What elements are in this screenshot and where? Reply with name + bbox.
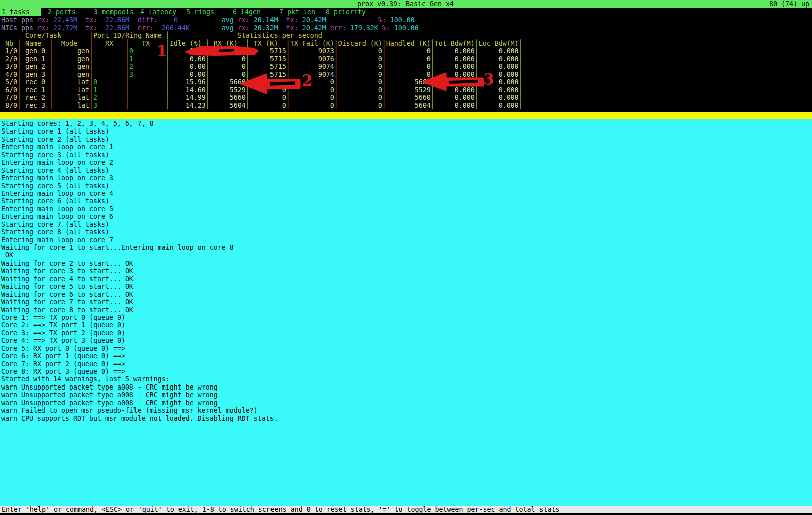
log-line: Core 6: RX port 1 (queue 0) ==> — [1, 352, 278, 360]
log-line: Starting core 4 (all tasks) — [1, 167, 278, 174]
log-line: Core 8: RX port 3 (queue 0) ==> — [1, 368, 278, 375]
log-line: Entering main loop on core 7 — [1, 236, 278, 244]
tab-1-tasks[interactable]: 1 tasks — [0, 8, 41, 16]
stats-block: Host pps rx: 22.45M tx: 22.86M diff: 0 a… — [1, 16, 523, 109]
annotation-number-2: 2 — [302, 73, 313, 87]
separator-bar — [0, 112, 812, 119]
log-line: Waiting for core 4 to start... OK — [1, 275, 278, 283]
table-row: 2/0│ gen 1 │ gen│ │1 │ 0.00│ 0│ 5715│ 90… — [1, 55, 523, 63]
nics-pps-line: NICs pps rx: 22.72M tx: 22.86M err: 266.… — [1, 24, 523, 32]
log-line: Starting core 8 (all tasks) — [1, 228, 278, 236]
log-line: Starting core 1 (all tasks) — [1, 127, 278, 135]
log-line: Entering main loop on core 2 — [1, 159, 278, 166]
log-line: warn Unsupported packet type a008 - CRC … — [1, 391, 278, 399]
table-row: 7/0│ rec 2 │ lat│2 │ │ 14.99│ 5660│ 0│ 0… — [1, 94, 523, 102]
table-column-headers: Nb │ Name │ Mode │ RX │ TX │Idle (%) │ R… — [1, 40, 523, 48]
log-lines: Starting cores: 1, 2, 3, 4, 5, 6, 7, 8St… — [1, 120, 278, 422]
log-area: Starting cores: 1, 2, 3, 4, 5, 6, 7, 8St… — [0, 119, 812, 506]
host-pps-line: Host pps rx: 22.45M tx: 22.86M diff: 0 a… — [1, 16, 523, 24]
log-line: Core 4: ==> TX port 3 (queue 0) — [1, 337, 278, 344]
table-row: 8/0│ rec 3 │ lat│3 │ │ 14.23│ 5604│ 0│ 0… — [1, 102, 523, 110]
log-line: Core 1: ==> TX port 0 (queue 0) — [1, 314, 278, 321]
status-bar: Enter 'help' or command, <ESC> or 'quit'… — [0, 506, 812, 513]
table-group-header: Core/Task │Port ID/Ring Name │ Statistic… — [1, 32, 523, 40]
table-row: 1/0│ gen 0 │ gen│ │0 │ 0.00│ 0│ 5715│ 90… — [1, 47, 523, 55]
tab-7-pkt_len[interactable]: 7 pkt_len — [279, 8, 315, 16]
table-row: 4/0│ gen 3 │ gen│ │3 │ 0.00│ 0│ 5715│ 90… — [1, 71, 523, 79]
log-line: warn Failed to open msr pseudo-file (mis… — [1, 407, 278, 414]
log-line: Starting core 5 (all tasks) — [1, 182, 278, 190]
log-line: Starting core 6 (all tasks) — [1, 197, 278, 205]
log-line: Starting core 2 (all tasks) — [1, 136, 278, 143]
uptime-indicator: 80 (74) up — [769, 0, 809, 8]
annotation-number-3: 3 — [483, 72, 494, 86]
terminal-screen[interactable]: prox v0.39: Basic Gen x4 80 (74) up 1 ta… — [0, 0, 812, 515]
app-title: prox v0.39: Basic Gen x4 — [357, 0, 454, 8]
tab-3-mempools[interactable]: 3 mempools — [94, 8, 134, 16]
log-line: Core 3: ==> TX port 2 (queue 0) — [1, 329, 278, 337]
tasks-table: Core/Task │Port ID/Ring Name │ Statistic… — [1, 32, 523, 109]
log-line: Entering main loop on core 4 — [1, 190, 278, 197]
title-bar: prox v0.39: Basic Gen x4 80 (74) up — [0, 0, 812, 8]
log-line: Core 5: RX port 0 (queue 0) ==> — [1, 345, 278, 352]
tab-bar: 1 tasks 2 ports3 mempools4 latency5 ring… — [0, 8, 812, 16]
log-line: Waiting for core 7 to start... OK — [1, 298, 278, 306]
tab-2-ports[interactable]: 2 ports — [48, 8, 76, 16]
log-line: Core 2: ==> TX port 1 (queue 0) — [1, 321, 278, 329]
log-line: Entering main loop on core 1 — [1, 143, 278, 151]
log-line: Core 7: RX port 2 (queue 0) ==> — [1, 360, 278, 368]
tab-5-rings[interactable]: 5 rings — [186, 8, 214, 16]
table-row: 5/0│ rec 0 │ lat│0 │ │ 15.96│ 5660│ 0│ 0… — [1, 78, 523, 86]
table-row: 3/0│ gen 2 │ gen│ │2 │ 0.00│ 0│ 5715│ 90… — [1, 63, 523, 71]
annotation-number-1: 1 — [156, 44, 167, 58]
tab-4-latency[interactable]: 4 latency — [140, 8, 176, 16]
log-line: warn CPU supports RDT but msr module not… — [1, 415, 278, 422]
table-row: 6/0│ rec 1 │ lat│1 │ │ 14.60│ 5529│ 0│ 0… — [1, 86, 523, 94]
tab-8-priority[interactable]: 8 priority — [326, 8, 366, 16]
log-line: Starting cores: 1, 2, 3, 4, 5, 6, 7, 8 — [1, 120, 278, 127]
log-line: Started with 14 warnings, last 5 warning… — [1, 375, 278, 383]
log-line: Waiting for core 5 to start... OK — [1, 283, 278, 290]
log-line: Starting core 7 (all tasks) — [1, 221, 278, 228]
status-text: Enter 'help' or command, <ESC> or 'quit'… — [2, 506, 559, 513]
log-line: warn Unsupported packet type a008 - CRC … — [1, 399, 278, 407]
tab-6-l4gen[interactable]: 6 l4gen — [233, 8, 261, 16]
log-line: Entering main loop on core 5 — [1, 205, 278, 213]
log-line: warn Unsupported packet type a008 - CRC … — [1, 383, 278, 391]
log-line: Waiting for core 8 to start... OK — [1, 306, 278, 314]
log-line: Entering main loop on core 3 — [1, 174, 278, 182]
log-line: Waiting for core 2 to start... OK — [1, 260, 278, 267]
log-line: Waiting for core 3 to start... OK — [1, 267, 278, 275]
log-line: Waiting for core 6 to start... OK — [1, 291, 278, 298]
log-line: Starting core 3 (all tasks) — [1, 151, 278, 159]
log-line: Waiting for core 1 to start...Entering m… — [1, 244, 278, 251]
log-line: OK — [1, 251, 278, 259]
log-line: Entering main loop on core 6 — [1, 213, 278, 220]
